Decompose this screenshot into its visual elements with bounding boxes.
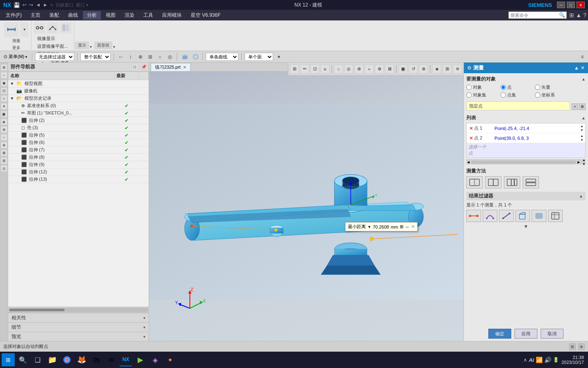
tb2-right-icon1[interactable]: ≡	[578, 53, 586, 61]
list-row-1[interactable]: ✕ 点 1 Point(-25.4, -21.4 ▲ ▼	[467, 123, 585, 133]
nav-scrollbar[interactable]	[8, 307, 149, 312]
result-filter-arrow[interactable]: ▲	[579, 194, 583, 198]
vt-icon-16[interactable]: ≋	[453, 65, 462, 74]
radio-objset[interactable]: 对象集	[466, 92, 499, 98]
vt-icon-1[interactable]: ⊞	[290, 65, 299, 74]
sidebar-icon-14[interactable]: ◎	[1, 165, 7, 172]
taskview-button[interactable]: ❑	[31, 353, 44, 366]
tooltip-icon1[interactable]: ⊞	[400, 224, 403, 229]
sidebar-icon-9[interactable]: ⊕	[1, 126, 7, 133]
vt-icon-11[interactable]: ▣	[399, 65, 408, 74]
list-arrow[interactable]: ▲	[581, 116, 586, 120]
method-btn-1[interactable]	[466, 176, 483, 188]
section-detail-header[interactable]: 细节 ▾	[8, 323, 149, 332]
app3-button[interactable]: ◈	[149, 353, 162, 366]
vt-icon-15[interactable]: ⊞	[443, 65, 452, 74]
face-shape-arrow[interactable]: ▾	[113, 45, 115, 49]
menu-view[interactable]: 视图	[102, 11, 120, 20]
nav-row-7[interactable]: ⬛ 拉伸 (5) ✔	[9, 132, 149, 139]
radio-csys-input[interactable]	[535, 92, 540, 98]
rp-collapse-icon[interactable]: ▲	[574, 65, 579, 71]
tray-icon-1[interactable]: ∧	[523, 357, 527, 363]
radio-point[interactable]: 点	[501, 84, 533, 90]
rp-settings-icon[interactable]: ⚙	[467, 65, 472, 71]
display-arrow[interactable]: ▾	[90, 45, 92, 49]
nav-fwd-icon[interactable]: ►	[43, 2, 48, 8]
radio-object-input[interactable]	[466, 85, 472, 90]
menu-tools[interactable]: 工具	[139, 11, 157, 20]
menu-render[interactable]: 渲染	[120, 11, 138, 20]
taskbar-clock[interactable]: 21:38 2023/10/17	[561, 355, 584, 365]
tray-volume-icon[interactable]: 🔊	[544, 357, 551, 363]
search-button[interactable]: 🔍	[16, 353, 29, 366]
rp-close-icon[interactable]: ✕	[581, 65, 585, 71]
viewport[interactable]: 练习2325.prt ✕	[149, 63, 463, 341]
sidebar-icon-1[interactable]: ⊞	[1, 64, 7, 71]
method-btn-4[interactable]	[523, 176, 539, 188]
restore-button[interactable]: □	[567, 2, 575, 8]
menu-starspace[interactable]: 星空 V6.936F	[187, 11, 225, 20]
nav-maximize-btn[interactable]: □	[131, 64, 138, 70]
more-measure-label[interactable]: 更多	[12, 45, 20, 51]
method-btn-2[interactable]	[485, 176, 501, 188]
app4-button[interactable]: ✦	[163, 353, 176, 366]
nav-row-6[interactable]: ◻ 壳 (3) ✔	[9, 124, 149, 132]
filter-select[interactable]: 无选择过滤器	[35, 53, 74, 61]
mirror-display-item[interactable]: 镜像显示	[36, 35, 69, 42]
apply-button[interactable]: 应用	[514, 329, 537, 339]
more-measure-icon[interactable]: ▼	[20, 22, 29, 37]
nav-row-5[interactable]: ⬛ 拉伸 (2) ✔	[9, 117, 149, 124]
sidebar-icon-6[interactable]: ✦	[1, 103, 7, 110]
vt-icon-5[interactable]: ○	[334, 65, 343, 74]
confirm-button[interactable]: 确定	[488, 329, 511, 339]
vt-icon-12[interactable]: ↺	[409, 65, 418, 74]
assembly-select[interactable]: 整个装配	[80, 53, 111, 61]
nav-row-4[interactable]: ✏ 草图 (1) "SKETCH_0... ✔	[9, 110, 149, 117]
nav-row-11[interactable]: ⬛ 拉伸 (9) ✔	[9, 161, 149, 168]
window-toggle[interactable]: 切换窗口	[56, 2, 74, 8]
snap-icon-5[interactable]: ○	[156, 53, 164, 61]
minimize-button[interactable]: ─	[557, 2, 565, 8]
list-row-1-up[interactable]: ▲	[580, 124, 584, 128]
nav-row-10[interactable]: ⬛ 拉伸 (8) ✔	[9, 154, 149, 161]
nav-row-9[interactable]: ⬛ 拉伸 (7) ✔	[9, 146, 149, 154]
vt-icon-9[interactable]: ⊗	[375, 65, 384, 74]
filter-icon-arc[interactable]	[483, 210, 497, 222]
explorer-button[interactable]: 📁	[46, 353, 59, 366]
method-btn-3[interactable]	[504, 176, 520, 188]
sidebar-icon-12[interactable]: ⊠	[1, 150, 7, 156]
list-row-empty[interactable]: 选择一个点	[467, 143, 585, 157]
radio-objset-input[interactable]	[466, 92, 472, 98]
filter-icon-table[interactable]	[548, 210, 563, 222]
sidebar-icon-7[interactable]: ▣	[1, 111, 7, 117]
snap-icon-6[interactable]: ◎	[166, 53, 174, 61]
list-row-1-delete[interactable]: ✕	[468, 126, 474, 131]
snap-icon-4[interactable]: ⊞	[146, 53, 154, 61]
snap-icon-1[interactable]: ↔	[117, 53, 125, 61]
face-type-arrow[interactable]: ▾	[275, 53, 283, 61]
scroll-right-icon[interactable]: ►	[577, 160, 581, 164]
filter-icon-surface[interactable]	[532, 210, 546, 222]
toolbar-toggle[interactable]: ≡	[50, 2, 53, 7]
list-row-2[interactable]: ✕ 点 2 Point(39.0, 6.8, 3 ▲ ▼	[467, 133, 585, 143]
list-scrollbar[interactable]: ◄ ► ▲ ▼	[466, 159, 586, 164]
vt-icon-6[interactable]: ◎	[344, 65, 353, 74]
nav-row-13[interactable]: ⬛ 拉伸 (13) ✔	[9, 176, 149, 183]
vt-icon-13[interactable]: ⊕	[419, 65, 428, 74]
tray-network-icon[interactable]: 📶	[536, 357, 543, 363]
list-row-2-up[interactable]: ▲	[580, 134, 584, 138]
section-preview-header[interactable]: 预览 ▾	[8, 332, 149, 341]
list-nav-down[interactable]: ▼	[582, 162, 586, 166]
sidebar-icon-13[interactable]: ⊞	[1, 157, 7, 164]
nav-pin-icon[interactable]: 📌	[141, 65, 146, 69]
set-mirror-plane-item[interactable]: 设置镜像平面...	[36, 43, 69, 50]
sidebar-icon-8[interactable]: ◈	[1, 119, 7, 125]
sidebar-icon-2[interactable]: ↔	[1, 72, 7, 79]
vt-icon-2[interactable]: ✏	[300, 65, 309, 74]
filter-icon-volume[interactable]	[515, 210, 530, 222]
show-mirror-pts-icon[interactable]	[60, 22, 71, 34]
list-row-2-delete[interactable]: ✕	[468, 135, 474, 141]
sidebar-icon-5[interactable]: ≈	[1, 95, 7, 102]
status-icon-grid[interactable]: ⊞	[569, 343, 576, 350]
extrude-icon[interactable]	[180, 53, 190, 61]
